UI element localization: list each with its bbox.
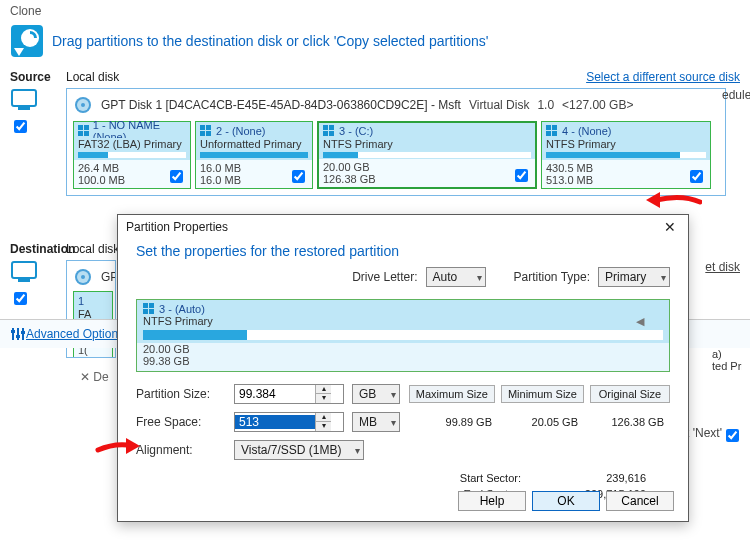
select-source-disk-link[interactable]: Select a different source disk <box>586 70 740 84</box>
svg-rect-8 <box>78 125 83 130</box>
free-space-input[interactable]: ▴▾ <box>234 412 344 432</box>
windows-icon <box>323 125 335 137</box>
svg-rect-36 <box>149 303 154 308</box>
svg-rect-10 <box>78 131 83 136</box>
resize-handle-icon[interactable]: ◀ <box>636 315 644 328</box>
source-disk-label: Local disk <box>66 70 119 84</box>
restored-partition-preview[interactable]: 3 - (Auto) NTFS Primary 20.00 GB99.38 GB <box>136 299 670 372</box>
partition-4[interactable]: 4 - (None) NTFS Primary 430.5 MB513.0 MB <box>541 121 711 189</box>
free-space-label: Free Space: <box>136 415 226 429</box>
partition-1-checkbox[interactable] <box>170 170 183 183</box>
disk-type: Virtual Disk <box>469 98 529 112</box>
disk-icon <box>73 95 93 115</box>
disk-icon <box>73 267 93 287</box>
svg-rect-14 <box>200 131 205 136</box>
edule-fragment: edule <box>722 88 750 102</box>
partition-2-checkbox[interactable] <box>292 170 305 183</box>
maximum-size-button[interactable]: Maximum Size <box>409 385 495 403</box>
windows-icon <box>546 125 558 137</box>
svg-rect-34 <box>21 331 25 334</box>
dialog-heading: Set the properties for the restored part… <box>118 239 688 267</box>
ghost-text: a)ted Pri <box>712 348 742 372</box>
svg-rect-3 <box>12 90 36 106</box>
drive-letter-label: Drive Letter: <box>352 270 417 284</box>
windows-icon <box>200 125 212 137</box>
computer-icon <box>10 88 40 112</box>
destination-label: Destination <box>10 242 66 256</box>
svg-rect-16 <box>323 125 328 130</box>
source-label: Source <box>10 70 66 84</box>
svg-rect-21 <box>552 125 557 130</box>
ok-button[interactable]: OK <box>532 491 600 511</box>
start-sector-label: Start Sector: <box>408 472 521 484</box>
chevron-down-icon: ▾ <box>316 394 331 403</box>
partition-4-checkbox[interactable] <box>690 170 703 183</box>
svg-rect-13 <box>206 125 211 130</box>
svg-rect-25 <box>18 279 30 282</box>
minimum-size-button[interactable]: Minimum Size <box>501 385 584 403</box>
partition-type-label: Partition Type: <box>514 270 591 284</box>
svg-rect-23 <box>552 131 557 136</box>
drive-letter-combo[interactable]: Auto <box>426 267 486 287</box>
window-title: Clone <box>0 0 750 18</box>
svg-point-7 <box>81 103 85 107</box>
header: Drag partitions to the destination disk … <box>0 18 750 70</box>
partition-row: 1 - NO NAME (None) FAT32 (LBA) Primary 2… <box>73 121 719 189</box>
free-space-unit[interactable]: MB <box>352 412 400 432</box>
svg-rect-11 <box>84 131 89 136</box>
partition-properties-dialog: Partition Properties ✕ Set the propertie… <box>117 214 689 522</box>
minimum-size-value: 20.05 GB <box>504 416 584 428</box>
alignment-combo[interactable]: Vista/7/SSD (1MB) <box>234 440 364 460</box>
disk-size: <127.00 GB> <box>562 98 633 112</box>
svg-rect-22 <box>546 131 551 136</box>
partition-1[interactable]: 1 - NO NAME (None) FAT32 (LBA) Primary 2… <box>73 121 191 189</box>
partition-size-input[interactable]: ▴▾ <box>234 384 344 404</box>
svg-rect-24 <box>12 262 36 278</box>
svg-rect-4 <box>18 107 30 110</box>
windows-icon <box>78 125 89 137</box>
original-size-value: 126.38 GB <box>590 416 670 428</box>
alignment-label: Alignment: <box>136 443 226 457</box>
clone-icon <box>10 24 44 58</box>
sliders-icon <box>10 326 26 342</box>
next-fragment: k 'Next' <box>683 426 722 440</box>
svg-rect-18 <box>323 131 328 136</box>
original-size-button[interactable]: Original Size <box>590 385 670 403</box>
svg-rect-35 <box>143 303 148 308</box>
disk-ver: 1.0 <box>537 98 554 112</box>
close-icon[interactable]: ✕ <box>660 219 680 235</box>
svg-point-28 <box>81 275 85 279</box>
source-disk-checkbox[interactable] <box>14 120 27 133</box>
partition-type-combo[interactable]: Primary <box>598 267 670 287</box>
partition-3[interactable]: 3 - (C:) NTFS Primary 20.00 GB126.38 GB <box>317 121 537 189</box>
chevron-down-icon: ▾ <box>316 422 331 431</box>
partition-size-unit[interactable]: GB <box>352 384 400 404</box>
cancel-button[interactable]: Cancel <box>606 491 674 511</box>
partition-2[interactable]: 2 - (None) Unformatted Primary 16.0 MB16… <box>195 121 313 189</box>
source-disk-box: GPT Disk 1 [D4CAC4CB-E45E-45AD-84D3-0638… <box>66 88 726 196</box>
svg-rect-38 <box>149 309 154 314</box>
windows-icon <box>143 303 155 315</box>
dialog-title: Partition Properties <box>126 220 228 234</box>
partition-size-label: Partition Size: <box>136 387 226 401</box>
wizard-next-checkbox[interactable] <box>726 429 739 442</box>
partition-3-checkbox[interactable] <box>515 169 528 182</box>
computer-icon <box>10 260 40 284</box>
svg-rect-19 <box>329 131 334 136</box>
svg-rect-32 <box>11 330 15 333</box>
header-text: Drag partitions to the destination disk … <box>52 33 488 49</box>
help-button[interactable]: Help <box>458 491 526 511</box>
destination-disk-label: Local disk <box>66 242 119 256</box>
select-dest-disk-link[interactable]: et disk <box>705 260 740 274</box>
destination-disk-checkbox[interactable] <box>14 292 27 305</box>
svg-rect-12 <box>200 125 205 130</box>
svg-rect-33 <box>16 335 20 338</box>
svg-rect-37 <box>143 309 148 314</box>
svg-rect-15 <box>206 131 211 136</box>
start-sector-value: 239,616 <box>533 472 646 484</box>
disk-name: GPT Disk 1 [D4CAC4CB-E45E-45AD-84D3-0638… <box>101 98 461 112</box>
svg-rect-9 <box>84 125 89 130</box>
svg-rect-17 <box>329 125 334 130</box>
advanced-options-link[interactable]: Advanced Options <box>26 327 124 341</box>
svg-rect-20 <box>546 125 551 130</box>
